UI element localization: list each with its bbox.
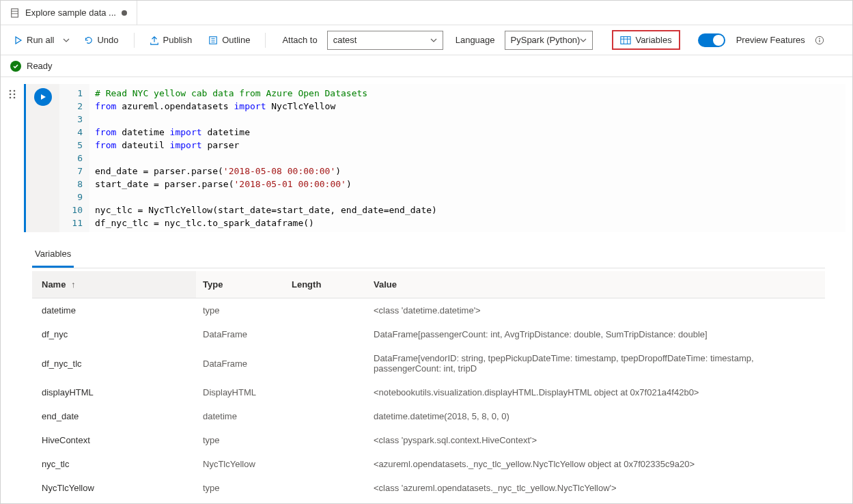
toggle-knob [713, 35, 724, 46]
col-name-header[interactable]: Name ↑ [32, 271, 196, 298]
col-name-label: Name [42, 279, 66, 290]
cell-area: 1234567891011 # Read NYC yellow cab data… [1, 77, 852, 242]
variables-icon [620, 36, 631, 45]
outline-button[interactable]: Outline [203, 31, 255, 48]
publish-icon [150, 36, 159, 45]
var-value: <notebookutils.visualization.displayHTML… [367, 380, 825, 404]
var-length [285, 346, 367, 380]
var-type: DataFrame [196, 346, 285, 380]
var-type: datetime [196, 404, 285, 428]
undo-label: Undo [97, 35, 118, 45]
language-label: Language [456, 35, 495, 45]
table-row[interactable]: end_datedatetimedatetime.datetime(2018, … [32, 404, 825, 428]
var-type: type [196, 428, 285, 452]
var-length [285, 298, 367, 323]
code-line [95, 152, 840, 165]
info-icon[interactable] [815, 36, 824, 45]
var-name: end_date [32, 404, 196, 428]
variables-table: Name ↑ Type Length Value datetimetype<cl… [32, 271, 825, 500]
var-type: type [196, 476, 285, 500]
run-all-dropdown[interactable] [59, 31, 72, 48]
line-number: 6 [59, 152, 83, 165]
var-length [285, 322, 367, 346]
var-length [285, 380, 367, 404]
col-value-header[interactable]: Value [367, 271, 825, 298]
var-value: DataFrame[vendorID: string, tpepPickupDa… [367, 346, 825, 380]
status-text: Ready [27, 61, 53, 71]
table-row[interactable]: NycTlcYellowtype<class 'azureml.opendata… [32, 476, 825, 500]
line-number: 8 [59, 178, 83, 191]
svg-point-14 [10, 90, 12, 92]
toolbar: Run all Undo Publish Outline Attach to c… [1, 25, 852, 55]
var-type: type [196, 298, 285, 323]
var-value: <class 'pyspark.sql.context.HiveContext'… [367, 428, 825, 452]
chevron-down-icon [580, 37, 587, 44]
publish-label: Publish [163, 35, 193, 45]
svg-point-18 [10, 97, 12, 99]
status-ok-icon [10, 61, 21, 72]
chevron-down-icon [63, 37, 70, 44]
table-row[interactable]: df_nyc_tlcDataFrameDataFrame[vendorID: s… [32, 346, 825, 380]
cell-run-column [24, 84, 59, 232]
attach-to-select[interactable]: catest [327, 31, 443, 50]
line-number: 11 [59, 216, 83, 229]
cell-drag-handle[interactable] [1, 84, 24, 232]
line-number: 9 [59, 191, 83, 204]
variables-button[interactable]: Variables [612, 30, 680, 50]
code-cell: 1234567891011 # Read NYC yellow cab data… [24, 84, 845, 232]
code-line: start_date = parser.parse('2018-05-01 00… [95, 178, 840, 191]
var-name: df_nyc [32, 322, 196, 346]
var-length [285, 476, 367, 500]
line-number: 4 [59, 126, 83, 139]
unsaved-dot-icon [122, 10, 127, 16]
svg-point-15 [14, 90, 16, 92]
var-value: <azureml.opendatasets._nyc_tlc_yellow.Ny… [367, 452, 825, 476]
attach-to-label: Attach to [282, 35, 317, 45]
code-line: # Read NYC yellow cab data from Azure Op… [95, 87, 840, 100]
table-row[interactable]: HiveContexttype<class 'pyspark.sql.conte… [32, 428, 825, 452]
table-row[interactable]: displayHTMLDisplayHTML<notebookutils.vis… [32, 380, 825, 404]
line-number: 10 [59, 204, 83, 216]
var-type: NycTlcYellow [196, 452, 285, 476]
outline-icon [208, 36, 218, 45]
code-line: from azureml.opendatasets import NycTlcY… [95, 100, 840, 113]
status-bar: Ready [1, 55, 852, 77]
language-select[interactable]: PySpark (Python) [505, 31, 593, 50]
run-cell-button[interactable] [34, 88, 52, 106]
var-length [285, 404, 367, 428]
code-line [95, 191, 840, 204]
code-line: nyc_tlc = NycTlcYellow(start_date=start_… [95, 204, 840, 216]
undo-button[interactable]: Undo [78, 31, 124, 48]
code-line: end_date = parser.parse('2018-05-08 00:0… [95, 165, 840, 178]
separator [134, 33, 135, 48]
var-name: df_nyc_tlc [32, 346, 196, 380]
publish-button[interactable]: Publish [144, 31, 198, 48]
code-line: df_nyc_tlc = nyc_tlc.to_spark_dataframe(… [95, 216, 840, 229]
line-number: 2 [59, 100, 83, 113]
code-line [95, 113, 840, 126]
svg-rect-7 [621, 36, 630, 44]
svg-point-17 [14, 94, 16, 96]
run-all-split: Run all [9, 31, 72, 48]
undo-icon [83, 36, 93, 45]
col-type-header[interactable]: Type [196, 271, 285, 298]
run-all-button[interactable]: Run all [9, 31, 59, 48]
run-all-label: Run all [27, 35, 54, 45]
table-row[interactable]: nyc_tlcNycTlcYellow<azureml.opendatasets… [32, 452, 825, 476]
var-length [285, 428, 367, 452]
preview-toggle[interactable] [698, 33, 725, 47]
variables-tab[interactable]: Variables [32, 242, 74, 268]
preview-label: Preview Features [736, 35, 805, 45]
col-length-header[interactable]: Length [285, 271, 367, 298]
line-number: 7 [59, 165, 83, 178]
line-number: 3 [59, 113, 83, 126]
line-number: 1 [59, 87, 83, 100]
var-name: HiveContext [32, 428, 196, 452]
table-row[interactable]: datetimetype<class 'datetime.datetime'> [32, 298, 825, 323]
play-icon [14, 36, 23, 44]
table-row[interactable]: df_nycDataFrameDataFrame[passengerCount:… [32, 322, 825, 346]
var-value: <class 'azureml.opendatasets._nyc_tlc_ye… [367, 476, 825, 500]
var-type: DataFrame [196, 322, 285, 346]
code-editor[interactable]: # Read NYC yellow cab data from Azure Op… [89, 84, 845, 232]
notebook-tab[interactable]: Explore sample data ... [1, 1, 137, 25]
